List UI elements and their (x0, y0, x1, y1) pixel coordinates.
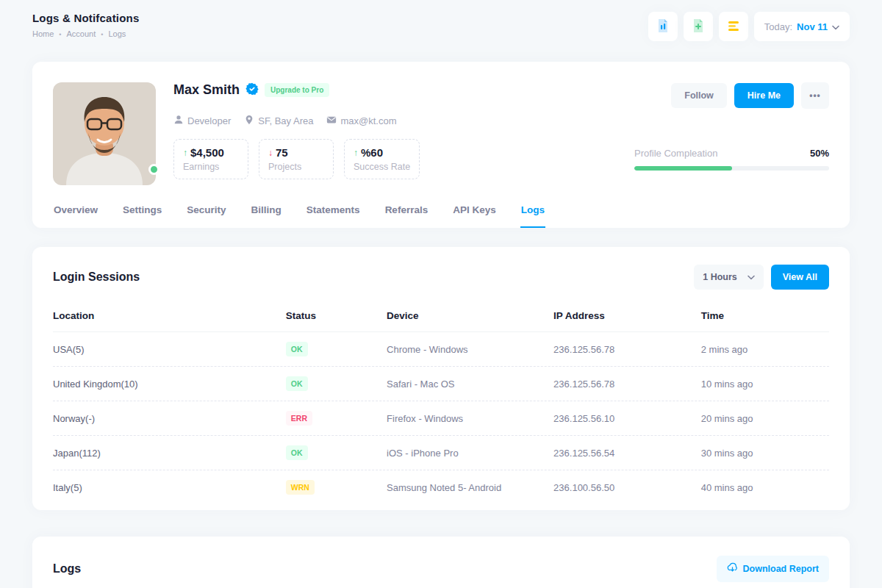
status-badge: WRN (286, 480, 315, 495)
topbar-actions: Today: Nov 11 (648, 12, 850, 41)
session-device: Firefox - Windows (387, 413, 553, 424)
sessions-filter-select[interactable]: 1 Hours (694, 265, 764, 290)
download-report-label: Download Report (743, 564, 819, 574)
stat-projects-label: Projects (268, 162, 324, 172)
profile-tab[interactable]: Logs (520, 204, 545, 228)
date-label: Today: (764, 21, 792, 32)
session-table-row: United Kingdom(10) OK Safari - Mac OS 23… (53, 367, 829, 401)
online-status-dot (148, 164, 159, 175)
progress-bar-fill (634, 166, 732, 171)
profile-completion: Profile Compleation 50% (634, 148, 829, 171)
session-location: United Kingdom(10) (53, 379, 286, 390)
session-location: Japan(112) (53, 448, 286, 459)
session-location: Norway(-) (53, 413, 286, 424)
date-value: Nov 11 (797, 21, 828, 32)
profile-tab[interactable]: API Keys (452, 204, 497, 228)
status-badge: ERR (286, 411, 312, 426)
profile-card: Max Smith Upgrade to Pro Follow Hire Me … (32, 62, 850, 228)
session-status-cell: OK (286, 445, 387, 460)
session-table-row: Norway(-) ERR Firefox - Windows 236.125.… (53, 401, 829, 436)
profile-tab[interactable]: Security (186, 204, 226, 228)
column-header-location: Location (53, 310, 286, 321)
profile-avatar (53, 82, 156, 185)
date-picker-button[interactable]: Today: Nov 11 (754, 12, 850, 41)
session-status-cell: OK (286, 376, 387, 391)
profile-location-link[interactable]: SF, Bay Area (244, 115, 313, 127)
trend-down-icon (268, 148, 273, 158)
file-chart-icon (656, 18, 670, 35)
trend-up-icon (354, 148, 358, 158)
cloud-download-icon (727, 562, 738, 576)
logs-card: Logs Download Report 500 ERR POST /v1/in… (32, 537, 850, 588)
breadcrumb-item-account[interactable]: Account (67, 29, 104, 38)
profile-meta: Developer SF, Bay Area max@kt.com (173, 115, 829, 127)
profile-email-label: max@kt.com (340, 115, 396, 126)
stat-earnings: $4,500 Earnings (173, 139, 248, 179)
session-device: Chrome - Windows (387, 344, 553, 355)
page: Logs & Notifcations Home Account Logs (0, 0, 882, 588)
session-ip: 236.125.56.10 (553, 413, 701, 424)
profile-location-label: SF, Bay Area (258, 115, 313, 126)
hire-me-button[interactable]: Hire Me (734, 83, 794, 108)
sessions-table-header: Location Status Device IP Address Time (53, 300, 829, 332)
chevron-down-icon (832, 21, 839, 32)
login-sessions-card: Login Sessions 1 Hours View All Location… (32, 247, 850, 510)
column-header-device: Device (387, 310, 553, 321)
avatar-image (53, 82, 156, 185)
download-report-button[interactable]: Download Report (717, 556, 829, 582)
breadcrumb: Home Account Logs (32, 29, 139, 38)
session-device: Samsung Noted 5- Android (387, 482, 553, 493)
stat-success-rate-value: %60 (361, 146, 383, 159)
upgrade-to-pro-badge[interactable]: Upgrade to Pro (265, 83, 329, 97)
stat-projects: 75 Projects (259, 139, 334, 179)
profile-tab[interactable]: Billing (251, 204, 282, 228)
geo-pin-icon (244, 115, 254, 127)
session-device: Safari - Mac OS (387, 379, 553, 390)
file-plus-icon (691, 18, 706, 35)
logs-title: Logs (53, 562, 81, 576)
profile-stats: $4,500 Earnings 75 Projects (173, 139, 420, 179)
column-header-status: Status (286, 310, 387, 321)
session-table-row: Italy(5) WRN Samsung Noted 5- Android 23… (53, 470, 829, 504)
stat-earnings-label: Earnings (183, 162, 239, 172)
column-header-time: Time (701, 310, 829, 321)
breadcrumb-item-home[interactable]: Home (32, 29, 62, 38)
profile-completion-label: Profile Compleation (634, 148, 717, 159)
file-add-button[interactable] (684, 12, 713, 41)
session-table-row: Japan(112) OK iOS - iPhone Pro 236.125.5… (53, 436, 829, 470)
topbar: Logs & Notifcations Home Account Logs (32, 0, 850, 41)
envelope-icon (326, 115, 337, 127)
progress-bar (634, 166, 829, 171)
session-ip: 236.100.56.50 (553, 482, 701, 493)
session-status-cell: OK (286, 342, 387, 356)
profile-name: Max Smith (173, 82, 240, 98)
session-location: USA(5) (53, 344, 286, 355)
chevron-down-icon (747, 272, 755, 282)
status-badge: OK (286, 342, 308, 356)
list-button[interactable] (719, 12, 748, 41)
profile-tab[interactable]: Overview (53, 204, 98, 228)
stat-success-rate-label: Success Rate (354, 162, 410, 172)
sessions-filter-value: 1 Hours (703, 272, 737, 282)
profile-tabs: Overview Settings Security Billing State… (53, 204, 829, 228)
status-badge: OK (286, 376, 308, 391)
list-lines-icon (726, 18, 741, 35)
profile-role-link[interactable]: Developer (173, 115, 231, 127)
profile-tab[interactable]: Referrals (384, 204, 429, 228)
topbar-left: Logs & Notifcations Home Account Logs (32, 12, 139, 38)
breadcrumb-item-logs: Logs (108, 29, 126, 38)
file-chart-button[interactable] (648, 12, 678, 41)
follow-button[interactable]: Follow (671, 83, 727, 108)
session-status-cell: WRN (286, 480, 387, 495)
page-title: Logs & Notifcations (32, 12, 139, 24)
profile-tab[interactable]: Settings (122, 204, 162, 228)
session-device: iOS - iPhone Pro (387, 448, 553, 459)
more-options-button[interactable]: ••• (801, 82, 829, 109)
status-badge: OK (286, 445, 308, 460)
sessions-table-body: USA(5) OK Chrome - Windows 236.125.56.78… (53, 332, 829, 504)
profile-email-link[interactable]: max@kt.com (326, 115, 396, 127)
session-location: Italy(5) (53, 482, 286, 493)
profile-tab[interactable]: Statements (306, 204, 361, 228)
person-icon (173, 115, 184, 127)
view-all-button[interactable]: View All (771, 265, 829, 290)
